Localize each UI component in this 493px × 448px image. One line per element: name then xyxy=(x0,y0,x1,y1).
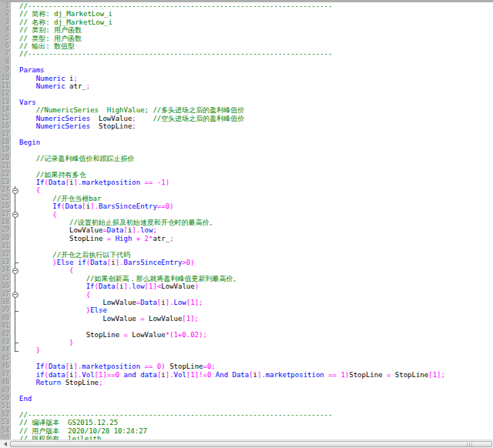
code-line[interactable]: 33 }Else if(Data[i].BarsSinceEntry>0) xyxy=(0,259,493,266)
code-line[interactable]: 20 //记录盈利峰值价和跟踪止损价 xyxy=(0,155,493,162)
code-line[interactable]: 7//-------------------------------------… xyxy=(0,50,493,58)
code-text[interactable] xyxy=(19,242,493,250)
code-text[interactable] xyxy=(19,355,493,363)
code-text[interactable]: LowValue=Data[i].low; xyxy=(19,226,493,234)
code-line[interactable]: 31 xyxy=(0,242,493,250)
code-text[interactable]: } xyxy=(19,346,493,354)
code-line[interactable]: 22 //如果持有多仓 xyxy=(0,171,493,179)
code-text[interactable]: //开仓当根bar xyxy=(19,195,493,202)
code-text[interactable]: StopLine = LowValue*(1+0.02); xyxy=(19,331,493,339)
code-line[interactable]: 19 xyxy=(0,146,493,154)
scroll-left-button[interactable] xyxy=(0,440,9,448)
code-line[interactable]: 8 xyxy=(0,59,493,66)
code-line[interactable]: 43 } xyxy=(0,339,493,346)
code-text[interactable]: // 编译版本 GS2015.12.25 xyxy=(19,419,493,426)
code-line[interactable]: 28 //设置初始止损及初始速度和开仓时的最高价。 xyxy=(0,219,493,226)
fold-collapse-icon[interactable] xyxy=(12,212,18,218)
code-text[interactable]: //--------------------------------------… xyxy=(19,50,493,58)
code-text[interactable] xyxy=(19,131,493,139)
code-text[interactable]: }Else xyxy=(19,306,493,314)
code-line[interactable]: 30 StopLine = High + 2*atr_; xyxy=(0,235,493,242)
code-line[interactable]: 51 xyxy=(0,403,493,410)
code-text[interactable]: Return StopLine; xyxy=(19,379,493,386)
code-text[interactable]: If(Data[i].marketposition == 0) StopLine… xyxy=(19,363,493,370)
code-text[interactable]: // 简称: dj_MarketLow_i xyxy=(19,10,493,18)
code-line[interactable]: 53// 编译版本 GS2015.12.25 xyxy=(0,419,493,426)
code-text[interactable]: Numeric atr_; xyxy=(19,82,493,90)
code-text[interactable] xyxy=(19,162,493,170)
code-line[interactable]: 42 StopLine = LowValue*(1+0.02); xyxy=(0,331,493,339)
code-line[interactable]: 32 //开仓之后执行以下代码 xyxy=(0,251,493,259)
code-line[interactable]: 27 { xyxy=(0,211,493,219)
code-text[interactable]: if(data[i].Vol[1]==0 and data[i].Vol[1]!… xyxy=(19,371,493,379)
code-text[interactable]: //记录盈利峰值价和跟踪止损价 xyxy=(19,155,493,162)
code-text[interactable]: }Else if(Data[i].BarsSinceEntry>0) xyxy=(19,259,493,266)
code-text[interactable]: Numeric i; xyxy=(19,75,493,82)
code-text[interactable] xyxy=(19,387,493,395)
code-text[interactable]: End xyxy=(19,395,493,403)
code-text[interactable]: //--------------------------------------… xyxy=(19,411,493,419)
code-line[interactable]: 49 xyxy=(0,387,493,395)
code-text[interactable]: { xyxy=(19,211,493,219)
code-line[interactable]: 12 xyxy=(0,90,493,98)
code-line[interactable]: 54// 用户版本 2020/10/28 10:24:27 xyxy=(0,427,493,435)
code-text[interactable]: //NumericSeries HighValue; //多头进场之后的盈利峰值… xyxy=(19,106,493,114)
code-line[interactable]: 50End xyxy=(0,395,493,403)
code-text[interactable]: //设置初始止损及初始速度和开仓时的最高价。 xyxy=(19,219,493,226)
code-line[interactable]: 13Vars xyxy=(0,99,493,106)
code-text[interactable]: // 类型: 用户函数 xyxy=(19,35,493,42)
code-text[interactable]: //--------------------------------------… xyxy=(19,2,493,10)
code-text[interactable]: //开仓之后执行以下代码 xyxy=(19,251,493,259)
code-line[interactable]: 6// 输出: 数值型 xyxy=(0,42,493,50)
code-line[interactable]: 23 If(Data[i].marketposition == -1) xyxy=(0,179,493,186)
code-line[interactable]: 39 }Else xyxy=(0,306,493,314)
code-line[interactable]: 46 If(Data[i].marketposition == 0) StopL… xyxy=(0,363,493,370)
code-line[interactable]: 52//------------------------------------… xyxy=(0,411,493,419)
code-text[interactable]: // 输出: 数值型 xyxy=(19,42,493,50)
code-text[interactable] xyxy=(19,90,493,98)
fold-collapse-icon[interactable] xyxy=(12,268,18,274)
code-line[interactable]: 11 Numeric atr_; xyxy=(0,82,493,90)
code-text[interactable]: NumericSeries LowValue; //空头进场之后的盈利峰值价 xyxy=(19,115,493,122)
code-line[interactable]: 37 { xyxy=(0,291,493,299)
code-line[interactable]: 44 } xyxy=(0,346,493,354)
code-text[interactable]: } xyxy=(19,339,493,346)
code-line[interactable]: 47 if(data[i].Vol[1]==0 and data[i].Vol[… xyxy=(0,371,493,379)
code-line[interactable]: 17 xyxy=(0,131,493,139)
code-line[interactable]: 4// 类别: 用户函数 xyxy=(0,26,493,34)
code-line[interactable]: 35 //如果创新高，那么就将盈利峰值更新到最高价。 xyxy=(0,275,493,283)
code-line[interactable]: 25 //开仓当根bar xyxy=(0,195,493,202)
code-text[interactable]: //如果创新高，那么就将盈利峰值更新到最高价。 xyxy=(19,275,493,283)
code-editor[interactable]: 1//-------------------------------------… xyxy=(0,2,493,443)
fold-margin[interactable] xyxy=(11,291,19,299)
code-line[interactable]: 48 Return StopLine; xyxy=(0,379,493,386)
horizontal-scrollbar[interactable] xyxy=(0,440,493,448)
code-line[interactable]: 26 If(Data[i].BarsSinceEntry==0) xyxy=(0,202,493,210)
code-line[interactable]: 36 If(Data[i].low[1]<LowValue) xyxy=(0,283,493,290)
code-text[interactable]: Begin xyxy=(19,139,493,146)
fold-margin[interactable] xyxy=(11,266,19,274)
code-text[interactable]: // 用户版本 2020/10/28 10:24:27 xyxy=(19,427,493,435)
code-line[interactable]: 34 { xyxy=(0,266,493,274)
code-text[interactable]: //如果持有多仓 xyxy=(19,171,493,179)
fold-margin[interactable] xyxy=(11,211,19,219)
code-line[interactable]: 3// 名称: dj_MarketLow_i xyxy=(0,18,493,26)
code-text[interactable]: // 类别: 用户函数 xyxy=(19,26,493,34)
fold-collapse-icon[interactable] xyxy=(12,292,18,298)
code-text[interactable]: If(Data[i].BarsSinceEntry==0) xyxy=(19,202,493,210)
code-text[interactable]: { xyxy=(19,266,493,274)
code-text[interactable]: { xyxy=(19,291,493,299)
code-text[interactable]: LowValue = LowValue[1]; xyxy=(19,315,493,323)
code-text[interactable]: Vars xyxy=(19,99,493,106)
code-line[interactable]: 1//-------------------------------------… xyxy=(0,2,493,10)
code-text[interactable] xyxy=(19,403,493,410)
code-text[interactable]: LowValue=Data[i].Low[1]; xyxy=(19,299,493,306)
code-text[interactable] xyxy=(19,323,493,330)
code-line[interactable]: 38 LowValue=Data[i].Low[1]; xyxy=(0,299,493,306)
code-line[interactable]: 18Begin xyxy=(0,139,493,146)
code-text[interactable] xyxy=(19,146,493,154)
code-line[interactable]: 41 xyxy=(0,323,493,330)
code-text[interactable] xyxy=(19,59,493,66)
fold-margin[interactable] xyxy=(11,186,19,194)
code-line[interactable]: 21 xyxy=(0,162,493,170)
